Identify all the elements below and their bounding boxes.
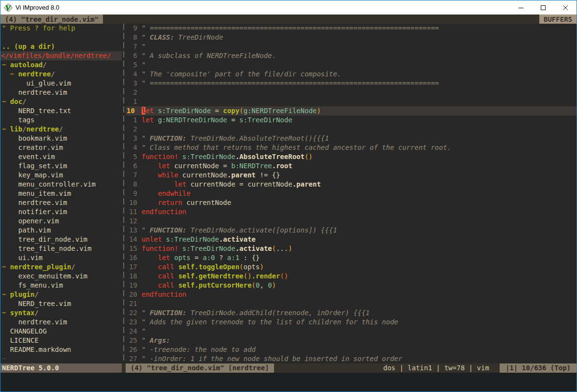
tree-node[interactable]: ~ nerdtree/: [0, 70, 122, 79]
minimize-button[interactable]: [510, 0, 532, 15]
line-number: 4: [126, 143, 142, 152]
tab-tree-dir-node[interactable]: (4) "tree_dir_node.vim": [0, 15, 103, 24]
code-line[interactable]: 27" -inOrder: 1 if the new node should b…: [126, 354, 577, 363]
line-number: 6: [126, 51, 142, 60]
line-number: 13: [126, 226, 142, 235]
tree-node[interactable]: </vimfiles/bundle/nerdtree/: [0, 51, 122, 60]
code-text: unlet s:TreeDirNode.activate: [142, 235, 256, 244]
code-line[interactable]: 4" The 'composite' part of the file/dir …: [126, 70, 577, 79]
tree-node[interactable]: [0, 33, 122, 42]
tree-node[interactable]: ~ nerdtree_plugin/: [0, 262, 122, 272]
code-line[interactable]: 13" FUNCTION: TreeDirNode.activate([opti…: [126, 226, 577, 235]
code-line[interactable]: 17 call self.toggleOpen(opts): [126, 262, 577, 272]
code-line[interactable]: 12: [126, 217, 577, 226]
code-line[interactable]: 5": [126, 60, 577, 70]
code-line[interactable]: 1let g:NERDTreeDirNode = s:TreeDirNode: [126, 116, 577, 125]
code-line[interactable]: 5function! s:TreeDirNode.AbsoluteTreeRoo…: [126, 152, 577, 161]
tree-node[interactable]: tags: [0, 116, 122, 125]
code-line[interactable]: 3" FUNCTION: TreeDirNode.AbsoluteTreeRoo…: [126, 134, 577, 143]
tree-node[interactable]: ~ autoload/: [0, 60, 122, 70]
tree-node[interactable]: ~ syntax/: [0, 308, 122, 318]
tree-node[interactable]: README.markdown: [0, 345, 122, 354]
maximize-button[interactable]: [532, 0, 554, 15]
code-line[interactable]: 7 while currentNode.parent != {}: [126, 171, 577, 180]
code-line-current[interactable]: 10let s:TreeDirNode = copy(g:NERDTreeFil…: [126, 106, 577, 116]
tree-node[interactable]: nerdtree.vim: [0, 318, 122, 327]
code-line[interactable]: 19 call self.putCursorHere(0, 0): [126, 281, 577, 290]
line-number: 1: [126, 97, 142, 106]
tree-node[interactable]: creator.vim: [0, 143, 122, 152]
code-line[interactable]: 4" Class method that returns the highest…: [126, 143, 577, 152]
code-line[interactable]: 6" A subclass of NERDTreeFileNode.: [126, 51, 577, 60]
tree-node[interactable]: ~ lib/nerdtree/: [0, 125, 122, 134]
tree-node[interactable]: menu_item.vim: [0, 189, 122, 198]
tree-node[interactable]: LICENCE: [0, 336, 122, 345]
tree-node[interactable]: exec_menuitem.vim: [0, 272, 122, 281]
code-line[interactable]: 26" -treenode: the node to add: [126, 345, 577, 354]
tree-node[interactable]: tree_dir_node.vim: [0, 235, 122, 244]
close-button[interactable]: [554, 0, 577, 15]
tree-node[interactable]: ui_glue.vim: [0, 79, 122, 88]
code-line[interactable]: 18 call self.getNerdtree().render(): [126, 272, 577, 281]
code-line[interactable]: 21: [126, 299, 577, 308]
code-line[interactable]: 1: [126, 97, 577, 106]
code-line[interactable]: 23" Adds the given treenode to the list …: [126, 318, 577, 327]
tree-node[interactable]: ~ doc/: [0, 97, 122, 106]
window-split-separator[interactable]: [122, 24, 126, 363]
tree-node[interactable]: nerdtree.vim: [0, 198, 122, 207]
code-line[interactable]: 14unlet s:TreeDirNode.activate: [126, 235, 577, 244]
tree-node[interactable]: notifier.vim: [0, 207, 122, 217]
tree-node[interactable]: " Press ? for help: [0, 24, 122, 33]
code-line[interactable]: 10 return currentNode: [126, 198, 577, 207]
tree-node[interactable]: ui.vim: [0, 253, 122, 262]
tree-node[interactable]: opener.vim: [0, 217, 122, 226]
code-line[interactable]: 7": [126, 42, 577, 51]
tree-node[interactable]: tree_file_node.vim: [0, 244, 122, 253]
code-line[interactable]: 6 let currentNode = b:NERDTree.root: [126, 161, 577, 171]
code-line[interactable]: 24": [126, 327, 577, 336]
code-text: " A subclass of NERDTreeFileNode.: [142, 51, 276, 60]
tree-node[interactable]: ~ plugin/: [0, 290, 122, 299]
line-number: 3: [126, 134, 142, 143]
tree-node[interactable]: NERD_tree.txt: [0, 106, 122, 116]
tree-node[interactable]: ~: [0, 354, 122, 363]
line-number: 23: [126, 318, 142, 327]
tree-node[interactable]: .. (up a dir): [0, 42, 122, 51]
tree-node[interactable]: CHANGELOG: [0, 327, 122, 336]
code-line[interactable]: 8 let currentNode = currentNode.parent: [126, 180, 577, 189]
buffers-label: BUFFERS: [539, 15, 577, 24]
code-line[interactable]: 9" =====================================…: [126, 24, 577, 33]
tree-node[interactable]: bookmark.vim: [0, 134, 122, 143]
statusline-fileinfo: dos | latin1 | tw=78 | vim: [378, 363, 494, 373]
code-text: function! s:TreeDirNode.activate(...): [142, 244, 292, 253]
main-area: " Press ? for help.. (up a dir)</vimfile…: [0, 24, 577, 363]
tree-node[interactable]: key_map.vim: [0, 171, 122, 180]
line-number: 15: [126, 244, 142, 253]
tree-node[interactable]: menu_controller.vim: [0, 180, 122, 189]
tree-node[interactable]: nerdtree.vim: [0, 88, 122, 97]
code-line[interactable]: 16 let opts = a:0 ? a:1 : {}: [126, 253, 577, 262]
tree-node[interactable]: flag_set.vim: [0, 161, 122, 171]
tree-node[interactable]: event.vim: [0, 152, 122, 161]
command-line[interactable]: [0, 373, 577, 392]
code-line[interactable]: 8" CLASS: TreeDirNode: [126, 33, 577, 42]
code-line[interactable]: 11endfunction: [126, 207, 577, 217]
code-line[interactable]: 3" =====================================…: [126, 79, 577, 88]
code-text: let opts = a:0 ? a:1 : {}: [142, 253, 260, 262]
code-line[interactable]: 25" Args:: [126, 336, 577, 345]
tree-node[interactable]: NERD_tree.vim: [0, 299, 122, 308]
code-line[interactable]: 22" FUNCTION: TreeDirNode.addChild(treen…: [126, 308, 577, 318]
code-text: ": [142, 42, 145, 51]
code-line[interactable]: 2: [126, 125, 577, 134]
code-line[interactable]: 9 endwhile: [126, 189, 577, 198]
code-line[interactable]: 15function! s:TreeDirNode.activate(...): [126, 244, 577, 253]
code-text: let g:NERDTreeDirNode = s:TreeDirNode: [142, 116, 292, 125]
code-line[interactable]: 20endfunction: [126, 290, 577, 299]
tree-node[interactable]: path.vim: [0, 226, 122, 235]
code-line[interactable]: 2: [126, 88, 577, 97]
maximize-icon: [540, 5, 546, 11]
line-number: 2: [126, 125, 142, 134]
tree-node[interactable]: fs_menu.vim: [0, 281, 122, 290]
line-number: 5: [126, 152, 142, 161]
editor-buffer[interactable]: 9" =====================================…: [126, 24, 577, 363]
